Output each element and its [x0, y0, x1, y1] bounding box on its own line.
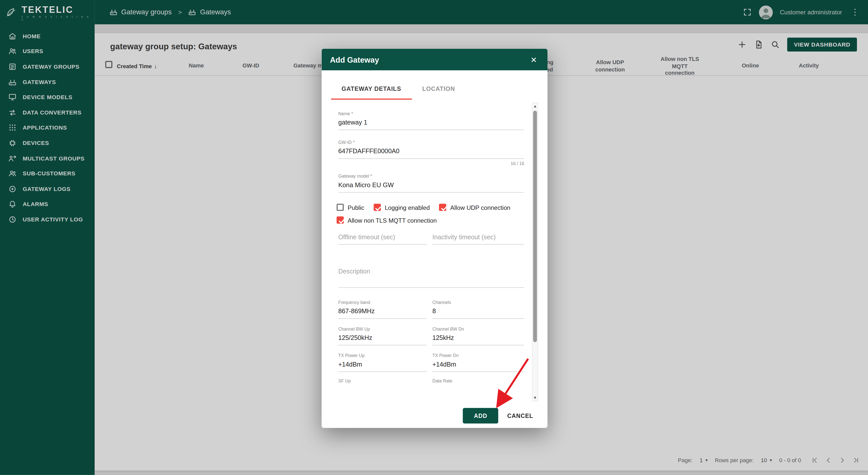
checkbox-unchecked-icon [337, 204, 344, 211]
field-label: Channel BW Up [338, 326, 427, 331]
sf-up-field[interactable]: SF Up [338, 379, 427, 386]
scrollbar-thumb[interactable] [533, 111, 537, 342]
checkbox-row-2: Allow non TLS MQTT connection [337, 216, 524, 224]
field-label: TX Power Dn [432, 353, 524, 358]
field-label: SF Up [338, 379, 427, 384]
field-label: Name * [338, 111, 524, 116]
inactivity-timeout-field[interactable]: Inactivity timeout (sec) [432, 234, 524, 245]
field-label: Gateway model * [338, 174, 524, 179]
checkbox-label: Public [348, 204, 364, 211]
tx-power-up-select[interactable]: +14dBm [338, 361, 427, 372]
frequency-row: Frequency band 867-869MHz Channels 8 [338, 300, 524, 327]
allow-non-tls-mqtt-checkbox[interactable]: Allow non TLS MQTT connection [337, 216, 437, 224]
field-label: Channels [432, 300, 524, 305]
allow-udp-checkbox[interactable]: Allow UDP connection [439, 204, 510, 211]
logging-enabled-checkbox[interactable]: Logging enabled [374, 204, 430, 211]
timeout-row: Offline timeout (sec) Inactivity timeout… [338, 234, 524, 255]
offline-timeout-input[interactable]: Offline timeout (sec) [338, 234, 427, 245]
channel-bw-dn-field[interactable]: Channel BW Dn 125kHz [432, 326, 524, 345]
public-checkbox[interactable]: Public [337, 204, 364, 211]
gateway-model-field[interactable]: Gateway model * Kona Micro EU GW [338, 174, 524, 193]
name-input[interactable]: gateway 1 [338, 119, 524, 130]
field-label: Frequency band [338, 300, 427, 305]
close-icon[interactable]: ✕ [528, 54, 539, 65]
channel-bw-up-select[interactable]: 125/250kHz [338, 335, 427, 345]
gw-id-field[interactable]: GW-ID * 647FDAFFFE0000A0 16 / 16 [338, 140, 524, 166]
field-label: Channel BW Dn [432, 326, 524, 331]
dialog-title: Add Gateway [330, 55, 528, 64]
tx-power-dn-field[interactable]: TX Power Dn +14dBm [432, 353, 524, 372]
description-field[interactable]: Description [338, 268, 524, 288]
frequency-band-field[interactable]: Frequency band 867-869MHz [338, 300, 427, 319]
data-rate-field[interactable]: Data Rate [432, 379, 524, 386]
scroll-up-icon[interactable]: ▲ [533, 104, 538, 108]
checkbox-label: Allow UDP connection [451, 204, 510, 211]
tx-power-up-field[interactable]: TX Power Up +14dBm [338, 353, 427, 372]
dialog-header: Add Gateway ✕ [321, 49, 548, 70]
gateway-model-select[interactable]: Kona Micro EU GW [338, 182, 524, 193]
tx-power-row: TX Power Up +14dBm TX Power Dn +14dBm [338, 353, 524, 379]
name-field[interactable]: Name * gateway 1 [338, 111, 524, 130]
app-root: TEKTELIC c o m m u n i c a t i o n s HOM… [0, 0, 868, 475]
checkbox-checked-icon [439, 204, 446, 211]
frequency-band-select[interactable]: 867-869MHz [338, 308, 427, 319]
checkbox-row-1: Public Logging enabled Allow UDP connect… [337, 204, 524, 211]
field-label: GW-ID * [338, 140, 524, 145]
channel-bw-dn-select[interactable]: 125kHz [432, 335, 524, 345]
dialog-tabs: GATEWAY DETAILS LOCATION [321, 78, 548, 100]
channel-bw-row: Channel BW Up 125/250kHz Channel BW Dn 1… [338, 326, 524, 353]
field-label: Data Rate [432, 379, 524, 384]
checkbox-label: Logging enabled [385, 204, 430, 211]
char-counter: 16 / 16 [338, 161, 524, 166]
sf-row: SF Up Data Rate [338, 379, 524, 396]
gw-id-input[interactable]: 647FDAFFFE0000A0 [338, 148, 524, 159]
checkbox-label: Allow non TLS MQTT connection [348, 217, 437, 223]
dialog-scrollbar[interactable]: ▲ ▼ [532, 102, 538, 401]
tab-gateway-details[interactable]: GATEWAY DETAILS [331, 78, 412, 100]
field-label: TX Power Up [338, 353, 427, 358]
cancel-button[interactable]: CANCEL [507, 412, 533, 419]
description-input[interactable]: Description [338, 268, 524, 288]
channels-select[interactable]: 8 [432, 308, 524, 319]
checkbox-checked-icon [374, 204, 381, 211]
scroll-down-icon[interactable]: ▼ [533, 396, 538, 400]
checkbox-checked-icon [337, 216, 344, 224]
add-gateway-dialog: Add Gateway ✕ GATEWAY DETAILS LOCATION N… [321, 49, 548, 428]
inactivity-timeout-input[interactable]: Inactivity timeout (sec) [432, 234, 524, 245]
add-button[interactable]: ADD [463, 408, 498, 423]
tx-power-dn-select[interactable]: +14dBm [432, 361, 524, 372]
channel-bw-up-field[interactable]: Channel BW Up 125/250kHz [338, 326, 427, 345]
channels-field[interactable]: Channels 8 [432, 300, 524, 319]
tab-location[interactable]: LOCATION [412, 78, 465, 100]
offline-timeout-field[interactable]: Offline timeout (sec) [338, 234, 427, 245]
dialog-form: Name * gateway 1 GW-ID * 647FDAFFFE0000A… [321, 102, 548, 403]
dialog-footer: ADD CANCEL [321, 403, 548, 428]
